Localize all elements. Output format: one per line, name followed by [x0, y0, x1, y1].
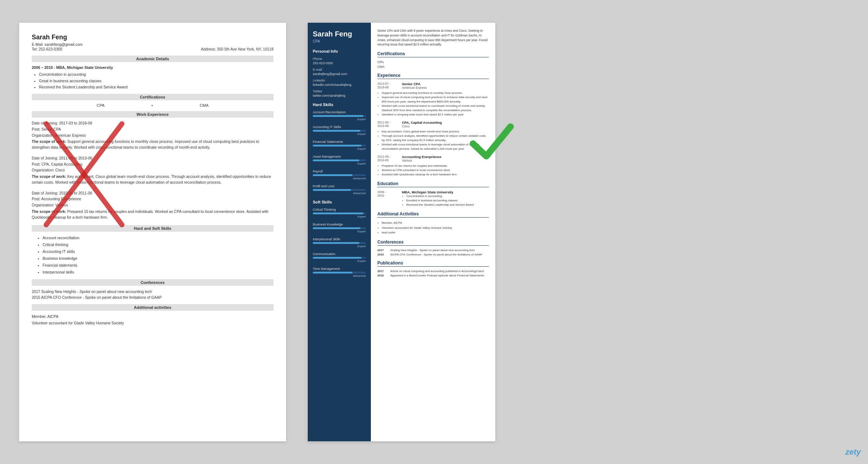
email-label: E-mail: [313, 68, 366, 71]
add-list: Member, AICPA Volunteer accountant for G…: [382, 220, 489, 235]
skill-critical-thinking: Critical Thinking Expert: [313, 208, 366, 218]
exp-dates-3: 2011-06 -2010-05: [377, 155, 399, 162]
twitter-label: Twitter: [313, 89, 366, 93]
exp-role-2: CPA, Capital Accounting: [402, 121, 489, 124]
pub-entry-2: 2016 Appeared in a BeanCounter Podcast e…: [377, 274, 489, 277]
pub-section-title: Publications: [377, 261, 489, 267]
left-name: Sarah Feng: [32, 34, 273, 41]
right-main-content: Senior CPA and CMA with 8 years' experie…: [371, 23, 495, 441]
hard-skills-title: Hard Skills: [313, 102, 366, 107]
skill-payroll: Payroll Advanced: [313, 170, 366, 180]
skill-business-knowledge: Business Knowledge Expert: [313, 223, 366, 233]
conf-content: 2017 Scaling New Heights - Spoke on pane…: [32, 289, 273, 301]
cert-cma: CMA: [377, 65, 489, 69]
exp-company-2: Cisco: [402, 124, 489, 128]
zety-brand: zety: [845, 447, 861, 457]
work-entry-1: Date of Joining: 2017-03 to 2018-08 Post…: [32, 121, 273, 150]
skill-accounting-it: Accounting IT Skills Expert: [313, 125, 366, 136]
work-entry-2: Date of Joining: 2011-05 to 2013-06 Post…: [32, 156, 273, 185]
conf-section-title: Conferences: [377, 240, 489, 246]
skill-time-management: Time Management Advanced: [313, 267, 366, 277]
add-header: Additional activities: [32, 304, 273, 311]
exp-entry-1: 2013-07 -2018-08 Senior CPA American Exp…: [377, 82, 489, 117]
cert-row: CPA • CMA: [32, 103, 273, 108]
conf-entry-1: 2017 Scaling New Heights - Spoke on pane…: [377, 249, 489, 252]
exp-entry-3: 2011-06 -2010-05 Accounting Exerprience …: [377, 155, 489, 177]
left-email: E-Mail: sarahfeng@gmail.com: [32, 42, 273, 47]
conf-entry-2: 2015 AICPA CFO Conference - Spoke on pan…: [377, 253, 489, 256]
phone-value: 252-623-0300: [313, 61, 366, 65]
pub-entry-1: 2017 Article on cloud computing and acco…: [377, 270, 489, 273]
left-contact-row: Tel: 252-623-0300 Address: 350 5th Ave N…: [32, 47, 273, 51]
skill-account-reconciliation: Account Reconciliation Expert: [313, 110, 366, 121]
twitter-value: twitter.com/sarahqfeng: [313, 94, 366, 97]
work-entry-3: Date of Joining: 2010-05 to 2011-06 Post…: [32, 191, 273, 220]
cert-cpa: CPA: [377, 60, 489, 64]
exp-company-1: American Express: [402, 86, 489, 89]
exp-company-3: Various: [402, 159, 489, 162]
edu-entry-1: 2006 -2010 MBA, Michigan State Universit…: [377, 190, 489, 207]
exp-role-1: Senior CPA: [402, 82, 489, 86]
right-title: CPA: [313, 39, 366, 43]
phone-label: Phone: [313, 57, 366, 61]
cert-section-title: Certifications: [377, 51, 489, 57]
cert-header: Certifications: [32, 94, 273, 100]
skill-asset-management: Asset Management Expert: [313, 155, 366, 165]
exp-section-title: Experience: [377, 73, 489, 79]
right-summary: Senior CPA and CMA with 8 years' experie…: [377, 29, 489, 47]
right-sidebar: Sarah Feng CPA Personal Info Phone 252-6…: [308, 23, 371, 441]
exp-dates-1: 2013-07 -2018-08: [377, 82, 399, 89]
linkedin-label: LinkedIn: [313, 79, 366, 82]
email-value: sarahqfeng@gmail.com: [313, 72, 366, 76]
soft-skills-title: Soft Skills: [313, 200, 366, 204]
exp-dates-2: 2011-05 -2013-06: [377, 121, 399, 128]
right-resume: Sarah Feng CPA Personal Info Phone 252-6…: [308, 23, 495, 441]
conf-header: Conferences: [32, 279, 273, 286]
add-section-title: Additional Activities: [377, 211, 489, 218]
exp-role-3: Accounting Exerprience: [402, 155, 489, 159]
edu-content: 2006 – 2010 - MBA, Michigan State Univer…: [32, 65, 273, 90]
skill-communication: Communication Expert: [313, 252, 366, 263]
add-content: Member, AICPA Volunteer accountant for G…: [32, 314, 273, 327]
skill-interpersonal: Interpersonal Skills Expert: [313, 237, 366, 248]
linkedin-value: linkedin.com/in/sarahqfeng: [313, 83, 366, 87]
work-header: Work Experience: [32, 111, 273, 118]
personal-info-title: Personal Info: [313, 49, 366, 53]
skills-list: Account reconciliation Critical thinking…: [43, 235, 273, 275]
exp-entry-2: 2011-05 -2013-06 CPA, Capital Accounting…: [377, 121, 489, 151]
edu-section-title: Education: [377, 181, 489, 187]
skill-financial-statements: Financial Statements Expert: [313, 140, 366, 150]
skills-header: Hard and Soft Skills: [32, 225, 273, 232]
right-name: Sarah Feng: [313, 30, 366, 38]
academic-header: Academic Details: [32, 56, 273, 62]
skill-profit-loss: Profit and Loss Advanced: [313, 184, 366, 195]
left-resume: Sarah Feng E-Mail: sarahfeng@gmail.com T…: [19, 23, 286, 441]
